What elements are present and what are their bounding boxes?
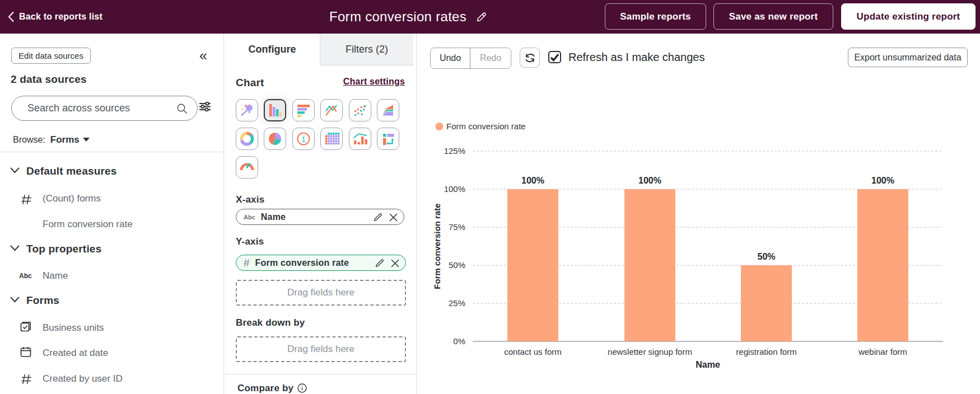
svg-text:50%: 50%	[757, 252, 775, 261]
svg-text:Form conversion rate: Form conversion rate	[446, 121, 526, 131]
svg-text:100%: 100%	[871, 176, 894, 185]
svg-text:25%: 25%	[449, 298, 465, 308]
svg-text:Name: Name	[696, 360, 720, 369]
svg-text:125%: 125%	[444, 146, 465, 156]
svg-text:75%: 75%	[449, 222, 465, 232]
svg-text:100%: 100%	[638, 176, 661, 185]
svg-text:100%: 100%	[444, 184, 465, 194]
svg-text:newsletter signup form: newsletter signup form	[608, 347, 692, 357]
svg-text:webinar form: webinar form	[858, 347, 907, 357]
svg-text:100%: 100%	[521, 176, 544, 185]
svg-text:registration form: registration form	[736, 347, 796, 357]
svg-text:contact us form: contact us form	[504, 347, 562, 357]
svg-text:0%: 0%	[453, 336, 465, 346]
svg-text:50%: 50%	[449, 260, 465, 270]
svg-text:1: 1	[301, 134, 306, 144]
svg-text:Form conversion rate: Form conversion rate	[432, 203, 442, 289]
